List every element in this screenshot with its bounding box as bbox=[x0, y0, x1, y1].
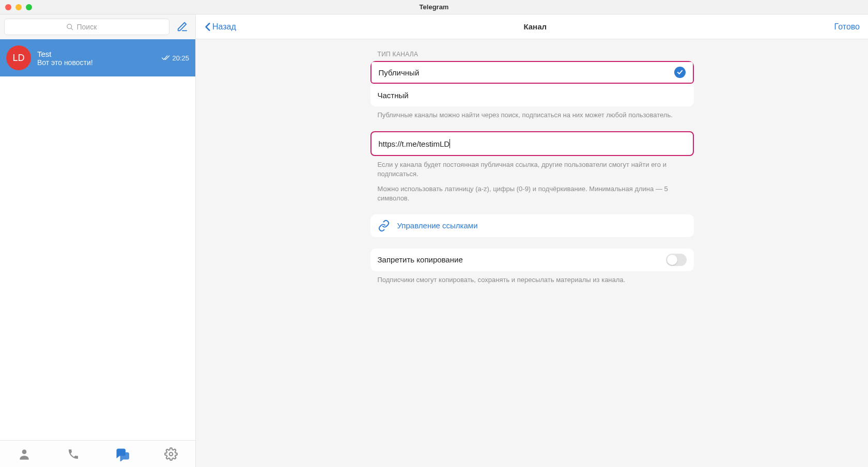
search-icon bbox=[66, 23, 74, 31]
sidebar-bottom-nav bbox=[0, 440, 195, 467]
back-label: Назад bbox=[212, 22, 236, 32]
main-header: Назад Канал Готово bbox=[196, 14, 868, 39]
svg-point-4 bbox=[169, 452, 173, 456]
svg-line-1 bbox=[71, 28, 73, 30]
window-close-button[interactable] bbox=[5, 4, 11, 10]
channel-link-hint-2: Можно использовать латиницу (a-z), цифры… bbox=[370, 179, 694, 203]
settings-column: ТИП КАНАЛА Публичный Частный Публичные к… bbox=[370, 51, 694, 285]
window-minimize-button[interactable] bbox=[16, 4, 22, 10]
chat-item-preview: Вот это новости! bbox=[37, 58, 156, 67]
chat-item-time: 20:25 bbox=[172, 54, 189, 62]
channel-type-hint: Публичные каналы можно найти через поиск… bbox=[370, 106, 694, 120]
channel-type-card: Публичный Частный bbox=[370, 61, 694, 106]
main-body: ТИП КАНАЛА Публичный Частный Публичные к… bbox=[196, 39, 868, 467]
done-button[interactable]: Готово bbox=[834, 22, 860, 32]
back-button[interactable]: Назад bbox=[204, 22, 236, 32]
restrict-copy-label: Запретить копирование bbox=[378, 255, 463, 264]
nav-contacts[interactable] bbox=[17, 447, 32, 461]
read-check-icon bbox=[162, 55, 170, 61]
chat-item[interactable]: LD Test Вот это новости! 20:25 bbox=[0, 39, 195, 76]
compose-icon bbox=[177, 21, 188, 33]
manage-links-row[interactable]: Управление ссылками bbox=[370, 214, 694, 237]
svg-point-3 bbox=[22, 449, 27, 454]
link-icon bbox=[378, 220, 390, 232]
app: LD Test Вот это новости! 20:25 bbox=[0, 14, 868, 467]
phone-icon bbox=[67, 448, 80, 460]
chat-item-center: Test Вот это новости! bbox=[37, 50, 156, 67]
search-input[interactable] bbox=[77, 23, 108, 31]
restrict-copy-hint: Подписчики смогут копировать, сохранять … bbox=[370, 271, 694, 285]
main: Назад Канал Готово ТИП КАНАЛА Публичный … bbox=[196, 14, 868, 467]
channel-type-public-label: Публичный bbox=[379, 68, 420, 77]
chats-icon bbox=[115, 447, 129, 461]
compose-button[interactable] bbox=[174, 18, 191, 36]
nav-calls[interactable] bbox=[66, 447, 81, 461]
traffic-lights bbox=[0, 4, 32, 10]
channel-link-input-wrap: https://t.me/testimLD bbox=[370, 131, 694, 156]
svg-point-0 bbox=[67, 24, 71, 28]
contacts-icon bbox=[18, 447, 31, 461]
restrict-copy-row: Запретить копирование bbox=[370, 248, 694, 271]
sidebar: LD Test Вот это новости! 20:25 bbox=[0, 14, 196, 467]
text-cursor bbox=[450, 139, 450, 148]
restrict-copy-toggle[interactable] bbox=[666, 254, 687, 266]
channel-type-private-row[interactable]: Частный bbox=[370, 84, 694, 106]
window-maximize-button[interactable] bbox=[26, 4, 32, 10]
nav-settings[interactable] bbox=[164, 447, 178, 461]
search-field[interactable] bbox=[4, 19, 169, 35]
channel-link-row[interactable]: https://t.me/testimLD bbox=[371, 132, 693, 155]
chat-list: LD Test Вот это новости! 20:25 bbox=[0, 39, 195, 440]
gear-icon bbox=[164, 447, 178, 461]
channel-type-section-label: ТИП КАНАЛА bbox=[370, 51, 694, 61]
channel-link-prefix: https://t.me/ bbox=[379, 139, 419, 148]
channel-type-public-row[interactable]: Публичный bbox=[370, 61, 694, 84]
nav-chats[interactable] bbox=[115, 447, 129, 461]
channel-type-private-label: Частный bbox=[378, 91, 409, 100]
chat-item-meta: 20:25 bbox=[162, 54, 189, 62]
window-title: Telegram bbox=[420, 3, 449, 11]
avatar: LD bbox=[6, 45, 31, 70]
chevron-left-icon bbox=[204, 22, 211, 32]
selected-check-icon bbox=[674, 67, 686, 78]
channel-link-value: testimLD bbox=[419, 139, 450, 148]
chat-item-name: Test bbox=[37, 50, 156, 58]
manage-links-label: Управление ссылками bbox=[397, 221, 478, 230]
toggle-knob bbox=[667, 255, 677, 265]
titlebar: Telegram bbox=[0, 0, 868, 14]
page-title: Канал bbox=[523, 22, 547, 31]
channel-link-hint-1: Если у канала будет постоянная публичная… bbox=[370, 156, 694, 179]
sidebar-top bbox=[0, 14, 195, 39]
